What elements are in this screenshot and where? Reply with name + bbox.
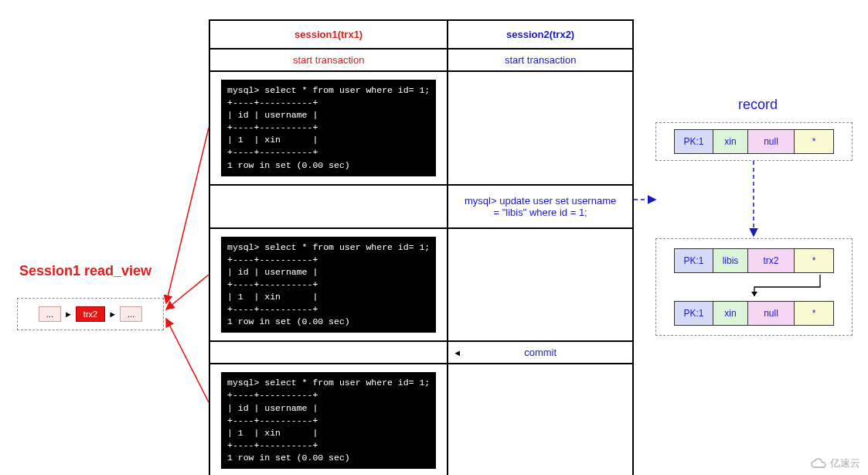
s2-empty2	[448, 228, 633, 342]
s2-start-transaction: start transaction	[448, 49, 633, 71]
watermark: 亿速云	[810, 456, 860, 470]
s1-query3-cell: mysql> select * from user where id= 1; +…	[209, 364, 448, 475]
svg-line-5	[166, 319, 209, 402]
record-row-top: PK:1 xin null *	[674, 129, 834, 154]
terminal-output-1: mysql> select * from user where id= 1; +…	[221, 80, 436, 176]
terminal-output-3: mysql> select * from user where id= 1; +…	[221, 372, 436, 469]
session2-header: session2(trx2)	[448, 20, 633, 49]
rec-bot-ptr: *	[795, 302, 833, 325]
record-box-chain: PK:1 libis trx2 * PK:1 xin null *	[655, 238, 853, 336]
rec-mid-trx: trx2	[748, 249, 795, 272]
rec-top-trx: null	[748, 130, 795, 153]
record-box-top: PK:1 xin null *	[655, 122, 853, 161]
record-chain-arrow	[669, 273, 839, 301]
readview-node-trx2: trx2	[76, 306, 105, 322]
rec-top-ptr: *	[795, 130, 833, 153]
s1-query1-cell: mysql> select * from user where id= 1; +…	[209, 71, 448, 185]
terminal-output-2: mysql> select * from user where id= 1; +…	[221, 237, 436, 333]
s2-commit: ◄ commit	[448, 341, 633, 364]
s1-empty2	[209, 341, 448, 364]
commit-label: commit	[524, 347, 557, 358]
s1-empty1	[209, 185, 448, 228]
cloud-icon	[810, 458, 827, 469]
readview-title: Session1 read_view	[19, 263, 151, 279]
readview-arrow-2: ►	[108, 309, 117, 319]
svg-line-3	[166, 128, 209, 303]
record-title: record	[738, 97, 778, 113]
session1-header: session1(trx1)	[209, 20, 448, 49]
rec-bot-val: xin	[713, 302, 748, 325]
rec-mid-ptr: *	[795, 249, 833, 272]
readview-box: ... ► trx2 ► ...	[17, 298, 164, 330]
s2-update-stmt: mysql> update user set username = "libis…	[448, 185, 633, 228]
rec-bot-trx: null	[748, 302, 795, 325]
rec-mid-pk: PK:1	[675, 249, 713, 272]
record-row-mid: PK:1 libis trx2 *	[674, 248, 834, 273]
rec-top-pk: PK:1	[675, 130, 713, 153]
s2-empty1	[448, 71, 633, 185]
svg-marker-0	[751, 292, 757, 296]
rec-top-val: xin	[713, 130, 748, 153]
s1-query2-cell: mysql> select * from user where id= 1; +…	[209, 228, 448, 342]
s2-empty3	[448, 364, 633, 475]
s1-start-transaction: start transaction	[209, 49, 448, 71]
record-row-bot: PK:1 xin null *	[674, 301, 834, 326]
rec-mid-val: libis	[713, 249, 748, 272]
svg-line-4	[166, 275, 209, 309]
sessions-table: session1(trx1) session2(trx2) start tran…	[209, 19, 634, 475]
readview-node-left: ...	[39, 306, 61, 322]
readview-node-right: ...	[120, 306, 142, 322]
readview-arrow-1: ►	[64, 309, 73, 319]
watermark-text: 亿速云	[830, 456, 860, 470]
commit-arrow-icon: ◄	[453, 348, 461, 357]
rec-bot-pk: PK:1	[675, 302, 713, 325]
